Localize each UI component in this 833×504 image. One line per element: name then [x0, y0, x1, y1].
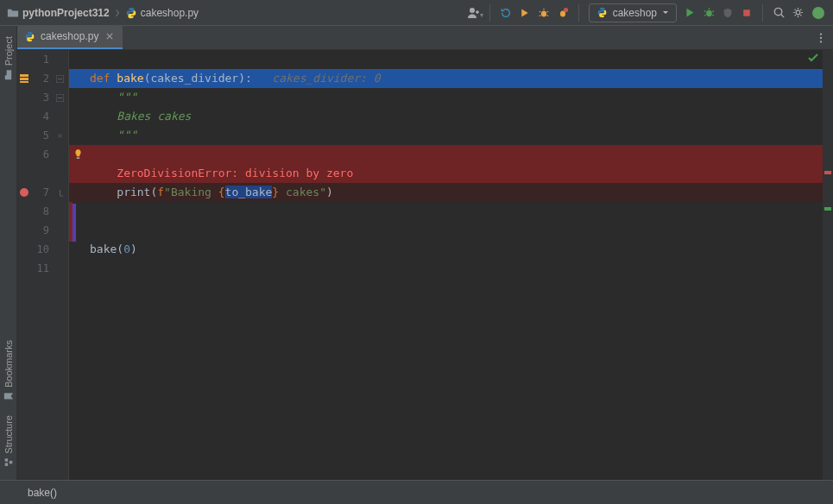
stop-icon[interactable]: [737, 3, 756, 22]
code-line[interactable]: [69, 221, 823, 240]
fold-end-icon[interactable]: [53, 129, 66, 142]
gutter-line[interactable]: 9: [17, 221, 68, 240]
breadcrumb[interactable]: pythonProject312 cakeshop.py: [7, 7, 199, 19]
parameter: cakes_divider: [150, 72, 238, 85]
code-line[interactable]: [69, 202, 823, 221]
run-icon[interactable]: [680, 3, 699, 22]
reload-icon[interactable]: [496, 3, 515, 22]
sidebar-bookmarks[interactable]: Bookmarks: [3, 333, 14, 408]
gutter-line[interactable]: 3: [17, 88, 68, 107]
line-number: 5: [43, 129, 49, 142]
gutter-line[interactable]: 7: [17, 183, 68, 202]
line-number: 7: [43, 186, 49, 198]
debug-icon[interactable]: [699, 3, 718, 22]
svg-rect-17: [20, 81, 28, 83]
svg-rect-13: [4, 459, 7, 462]
code-line[interactable]: bake(0): [69, 240, 823, 259]
avatar-icon[interactable]: [809, 3, 828, 22]
gutter-line[interactable]: 10: [17, 240, 68, 259]
debug-frame-bar[interactable]: bake(): [0, 480, 833, 504]
code-line-breakpoint[interactable]: print(f"Baking {to_bake} cakes"): [69, 183, 823, 202]
sidebar-project[interactable]: Project: [3, 29, 14, 87]
code-line[interactable]: """: [69, 88, 823, 107]
code-line[interactable]: [69, 50, 823, 69]
code-area[interactable]: def bake(cakes_divider): cakes_divider: …: [69, 50, 823, 480]
svg-point-3: [564, 7, 568, 11]
line-number: 2: [43, 72, 49, 85]
line-number: 8: [43, 205, 49, 217]
svg-rect-12: [4, 463, 7, 466]
line-number: 9: [43, 224, 49, 236]
keyword: def: [90, 72, 117, 85]
folder-icon: [7, 7, 19, 19]
breadcrumb-project[interactable]: pythonProject312: [22, 7, 110, 19]
string: cakes": [279, 186, 326, 198]
tab-label: cakeshop.py: [41, 30, 98, 42]
gutter-line[interactable]: 11: [17, 259, 68, 278]
lightbulb-icon[interactable]: [71, 147, 85, 161]
line-number: 3: [43, 91, 49, 104]
inline-error[interactable]: ZeroDivisionError: division by zero: [69, 164, 823, 183]
code-line-exec[interactable]: def bake(cakes_divider): cakes_divider: …: [69, 69, 823, 88]
tab-strip: cakeshop.py: [0, 26, 833, 50]
toolbar: ▾ cakeshop: [464, 3, 828, 22]
sidebar-structure[interactable]: Structure: [3, 408, 14, 475]
svg-point-8: [812, 7, 824, 19]
gutter-line[interactable]: 2: [17, 69, 68, 88]
svg-point-1: [541, 10, 546, 16]
svg-point-20: [20, 188, 28, 197]
main-navbar: pythonProject312 cakeshop.py ▾: [0, 0, 833, 26]
svg-rect-5: [743, 9, 750, 16]
close-icon[interactable]: [104, 30, 116, 42]
number: 0: [123, 243, 130, 255]
editor: 1 2 3 4 5 6 7 8 9 10 11 def bake(cake: [17, 50, 833, 480]
gutter-line-error[interactable]: [17, 164, 68, 183]
svg-point-4: [706, 10, 712, 17]
frame-label[interactable]: bake(): [28, 487, 57, 499]
line-number: 1: [43, 54, 49, 66]
tab-cakeshop[interactable]: cakeshop.py: [17, 25, 123, 49]
function-marker-icon[interactable]: [17, 72, 31, 85]
gutter-line[interactable]: 5: [17, 126, 68, 145]
search-icon[interactable]: [769, 3, 788, 22]
fold-end-icon[interactable]: [53, 186, 66, 199]
gear-icon[interactable]: [788, 3, 807, 22]
python-file-icon: [596, 7, 608, 18]
breadcrumb-file[interactable]: cakeshop.py: [141, 7, 199, 19]
bug-breakpoint-icon[interactable]: [553, 3, 572, 22]
svg-point-0: [470, 8, 475, 13]
gutter-line[interactable]: 1: [17, 50, 68, 69]
chevron-right-icon: [113, 9, 122, 17]
execute-icon[interactable]: [515, 3, 534, 22]
code-line-error[interactable]: to_bake = 10 / cakes_divider: [69, 145, 823, 164]
code-line[interactable]: [69, 259, 823, 278]
ok-mark[interactable]: [824, 207, 831, 211]
fold-minus-icon[interactable]: [53, 72, 66, 85]
line-number: 11: [37, 262, 49, 274]
run-config-selector[interactable]: cakeshop: [589, 3, 677, 22]
gutter-line[interactable]: 6: [17, 145, 68, 164]
chevron-down-icon: [662, 9, 669, 16]
tab-overflow-icon[interactable]: [812, 29, 830, 47]
gutter-line[interactable]: 8: [17, 202, 68, 221]
error-stripe-bar[interactable]: [823, 50, 833, 480]
function-name: bake: [117, 72, 143, 85]
bug-orange-icon[interactable]: [534, 3, 553, 22]
coverage-icon[interactable]: [718, 3, 737, 22]
code-line[interactable]: """: [69, 126, 823, 145]
code-line[interactable]: Bakes cakes: [69, 107, 823, 126]
error-mark[interactable]: [824, 171, 831, 174]
svg-rect-15: [20, 74, 28, 77]
string: "Baking: [164, 186, 218, 198]
sidebar-label: Bookmarks: [3, 340, 14, 387]
gutter-line[interactable]: 4: [17, 107, 68, 126]
tool-window-rail: Project Bookmarks Structure: [0, 26, 17, 480]
svg-rect-16: [20, 78, 28, 80]
svg-rect-21: [76, 157, 79, 159]
svg-point-9: [820, 33, 822, 35]
error-message: ZeroDivisionError: division by zero: [117, 167, 353, 180]
punct: ):: [238, 72, 252, 85]
fold-minus-icon[interactable]: [53, 91, 66, 104]
gutter[interactable]: 1 2 3 4 5 6 7 8 9 10 11: [17, 50, 69, 480]
breakpoint-icon[interactable]: [17, 186, 31, 199]
